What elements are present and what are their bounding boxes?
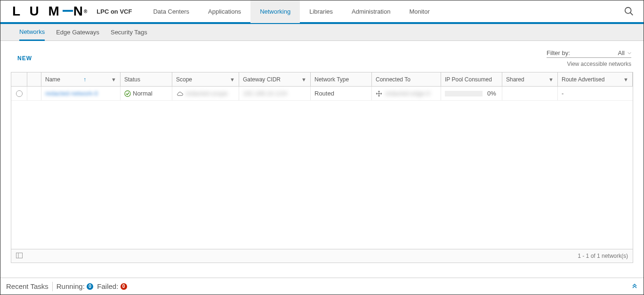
filter-value: All	[618, 49, 625, 56]
col-ip-pool-label: IP Pool Consumed	[445, 76, 492, 83]
col-spacer	[27, 72, 41, 86]
new-button[interactable]: NEW	[17, 55, 32, 62]
status-bar: Recent Tasks Running: 0 Failed: 0	[0, 278, 644, 295]
chevron-down-icon	[628, 51, 631, 55]
subnav-networks[interactable]: Networks	[19, 24, 45, 41]
col-gateway-cidr-header[interactable]: Gateway CIDR ▼	[239, 72, 311, 86]
lumen-logo: L U MN®	[12, 4, 87, 19]
col-connected-to-header[interactable]: Connected To	[372, 72, 441, 86]
svg-line-1	[630, 13, 633, 16]
cell-connected-to: redacted-edge-0	[372, 87, 441, 100]
status-value: Normal	[133, 90, 153, 97]
svg-point-0	[625, 8, 631, 14]
cell-route-adv: -	[558, 87, 633, 100]
pagination-text: 1 - 1 of 1 network(s)	[578, 253, 628, 259]
col-connected-to-label: Connected To	[376, 76, 411, 83]
row-spacer	[27, 87, 41, 100]
col-shared-header[interactable]: Shared ▼	[502, 72, 558, 86]
view-accessible-networks-link[interactable]: View accessible networks	[547, 58, 631, 67]
columns-icon	[16, 253, 23, 258]
cell-name[interactable]: redacted-network-0	[41, 87, 121, 100]
col-shared-label: Shared	[506, 76, 524, 83]
search-icon	[624, 6, 634, 16]
filter-by-label: Filter by:	[547, 49, 570, 56]
cell-scope: redacted-scope	[172, 87, 239, 100]
cloud-icon	[176, 90, 184, 97]
content-area: NEW Filter by: All View accessible netwo…	[0, 41, 644, 263]
filter-icon[interactable]: ▼	[301, 77, 306, 82]
running-count-badge: 0	[87, 283, 93, 290]
cell-shared	[502, 87, 558, 100]
col-gateway-cidr-label: Gateway CIDR	[243, 76, 281, 83]
nav-applications[interactable]: Applications	[199, 0, 250, 23]
filter-icon[interactable]: ▼	[230, 77, 235, 82]
col-route-adv-header[interactable]: Route Advertised ▼	[558, 72, 633, 86]
col-scope-label: Scope	[176, 76, 192, 83]
logo-accent-bar	[63, 10, 73, 12]
col-network-type-header[interactable]: Network Type	[311, 72, 372, 86]
sort-ascending-icon[interactable]: ↑	[83, 76, 86, 83]
network-type-value: Routed	[314, 90, 334, 97]
route-adv-value: -	[562, 90, 564, 97]
scope-value: redacted-scope	[185, 90, 228, 97]
filter-icon[interactable]: ▼	[623, 77, 628, 82]
cell-gateway-cidr: 192.168.10.1/24	[239, 87, 311, 100]
filter-value-dropdown[interactable]: All	[618, 49, 631, 56]
col-select	[11, 72, 27, 86]
search-button[interactable]	[624, 6, 634, 16]
divider	[52, 282, 53, 291]
nav-monitor[interactable]: Monitor	[400, 0, 439, 23]
filter-icon[interactable]: ▼	[111, 77, 116, 82]
cell-status: Normal	[121, 87, 172, 100]
cell-network-type: Routed	[311, 87, 372, 100]
expand-panel-button[interactable]	[631, 282, 638, 290]
grid-body: redacted-network-0 Normal redacted-scope…	[11, 87, 633, 249]
subnav-edge-gateways[interactable]: Edge Gateways	[56, 24, 99, 41]
running-label: Running:	[56, 282, 85, 290]
col-network-type-label: Network Type	[314, 76, 349, 83]
ip-pool-pct: 0%	[487, 90, 496, 97]
nav-libraries[interactable]: Libraries	[300, 0, 342, 23]
col-status-label: Status	[124, 76, 140, 83]
recent-tasks-label[interactable]: Recent Tasks	[6, 282, 48, 290]
cell-ip-pool: 0%	[441, 87, 502, 100]
connected-icon	[376, 90, 382, 97]
connected-to-value: redacted-edge-0	[385, 90, 430, 97]
top-nav: Data Centers Applications Networking Lib…	[144, 0, 439, 23]
col-route-adv-label: Route Advertised	[562, 76, 604, 83]
nav-data-centers[interactable]: Data Centers	[144, 0, 199, 23]
nav-administration[interactable]: Administration	[342, 0, 400, 23]
networks-grid: Name ↑ ▼ Status Scope ▼ Gateway CIDR ▼ N…	[11, 72, 633, 263]
filter-by-select[interactable]: Filter by: All	[547, 49, 631, 58]
subnav-security-tags[interactable]: Security Tags	[111, 24, 147, 41]
grid-header: Name ↑ ▼ Status Scope ▼ Gateway CIDR ▼ N…	[11, 72, 633, 87]
failed-count-badge: 0	[121, 283, 127, 290]
column-toggle-button[interactable]	[16, 253, 23, 260]
radio-button[interactable]	[16, 90, 23, 97]
top-header: L U MN® LPC on VCF Data Centers Applicat…	[0, 0, 644, 24]
gateway-cidr-value: 192.168.10.1/24	[243, 90, 287, 97]
product-name: LPC on VCF	[97, 8, 132, 15]
ip-pool-bar	[445, 91, 483, 96]
col-ip-pool-header[interactable]: IP Pool Consumed	[441, 72, 502, 86]
col-status-header[interactable]: Status	[121, 72, 172, 86]
grid-footer: 1 - 1 of 1 network(s)	[11, 249, 633, 263]
failed-label: Failed:	[97, 282, 118, 290]
network-name-link[interactable]: redacted-network-0	[45, 90, 98, 97]
nav-networking[interactable]: Networking	[250, 0, 300, 23]
svg-rect-3	[16, 253, 23, 258]
filter-icon[interactable]: ▼	[548, 77, 554, 82]
col-scope-header[interactable]: Scope ▼	[172, 72, 239, 86]
row-select-cell[interactable]	[11, 87, 27, 100]
status-normal-icon	[124, 90, 131, 97]
sub-nav: Networks Edge Gateways Security Tags	[0, 24, 644, 41]
toolbar: NEW Filter by: All View accessible netwo…	[9, 49, 635, 72]
col-name-header[interactable]: Name ↑ ▼	[41, 72, 121, 86]
filter-area: Filter by: All View accessible networks	[547, 49, 631, 67]
svg-point-2	[125, 90, 130, 96]
col-name-label: Name	[45, 76, 60, 83]
table-row[interactable]: redacted-network-0 Normal redacted-scope…	[11, 87, 633, 101]
double-chevron-up-icon	[631, 282, 638, 289]
